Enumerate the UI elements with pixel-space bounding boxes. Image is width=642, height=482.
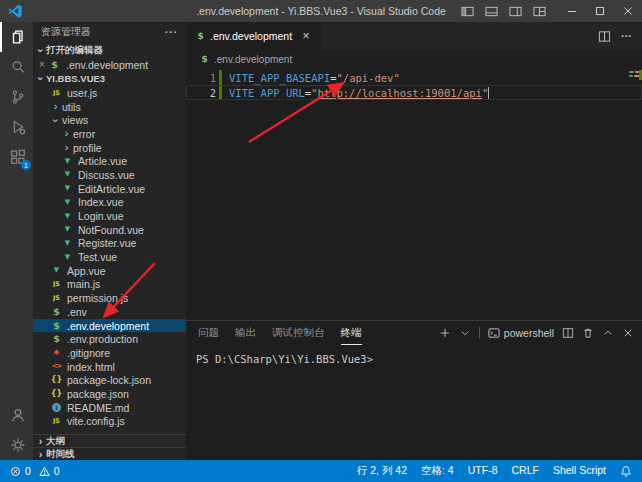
toggle-panel-icon[interactable] [485, 5, 498, 18]
panel-tab-输出[interactable]: 输出 [235, 321, 256, 345]
tree-item-package-lock.json[interactable]: {}package-lock.json [33, 373, 186, 387]
tree-item-NotFound.vue[interactable]: ▼NotFound.vue [33, 223, 186, 237]
notifications-bell-icon[interactable] [620, 465, 632, 477]
tab-label: .env.development [210, 30, 292, 42]
workbench: 1 资源管理器 ··· › 打开的编辑器 ×$.env.development … [0, 22, 642, 460]
activity-accounts[interactable] [0, 400, 33, 430]
activity-source-control[interactable] [0, 82, 33, 112]
kill-terminal-icon[interactable] [582, 327, 594, 339]
vue-icon: ▼ [61, 158, 74, 165]
breadcrumb-item[interactable]: .env.development [214, 54, 292, 65]
tree-item-package.json[interactable]: {}package.json [33, 387, 186, 401]
file-name: EditArticle.vue [78, 183, 145, 195]
tree-item-vite.config.js[interactable]: JSvite.config.js [33, 415, 186, 429]
new-terminal-icon[interactable] [439, 327, 451, 339]
problems-status[interactable]: 0 0 [10, 465, 60, 477]
tree-item-App.vue[interactable]: ▼App.vue [33, 264, 186, 278]
toggle-secondary-sidebar-icon[interactable] [509, 5, 522, 18]
terminal-instance[interactable]: powershell [488, 327, 554, 339]
json-icon: {} [50, 376, 63, 384]
token: VITE_APP_BASEAPI [229, 72, 330, 84]
tree-item-error[interactable]: ›error [33, 127, 186, 141]
minimize-button[interactable] [558, 0, 586, 22]
chevron-down-icon[interactable] [459, 327, 471, 339]
open-editor-item[interactable]: ×$.env.development [33, 58, 186, 71]
project-header[interactable]: › YI.BBS.VUE3 [33, 71, 186, 86]
tree-item-.gitignore[interactable]: ◆.gitignore [33, 346, 186, 360]
account-icon [9, 406, 27, 424]
more-actions-icon[interactable]: ··· [165, 27, 178, 38]
terminal-icon [488, 327, 500, 339]
more-actions-icon[interactable]: ··· [621, 30, 632, 42]
activity-explorer[interactable] [0, 22, 33, 52]
close-icon[interactable]: × [36, 59, 48, 70]
activity-extensions[interactable]: 1 [0, 142, 33, 172]
code-line-2[interactable]: 2VITE_APP_URL="http://localhost:19001/ap… [186, 85, 642, 100]
tree-item-views[interactable]: ›views [33, 113, 186, 127]
panel-tab-问题[interactable]: 问题 [198, 321, 219, 345]
file-name: views [62, 114, 88, 126]
md-icon: i [52, 403, 61, 412]
editor-area: $.env.development× ··· $.env.development… [186, 22, 642, 460]
tree-item-Test.vue[interactable]: ▼Test.vue [33, 250, 186, 264]
tree-item-index.html[interactable]: <>index.html [33, 360, 186, 374]
terminal-content[interactable]: PS D:\CSharp\Yi\Yi.BBS.Vue3> [186, 345, 642, 460]
panel-tab-调试控制台[interactable]: 调试控制台 [272, 321, 325, 345]
panel-tab-终端[interactable]: 终端 [341, 321, 362, 345]
activity-settings[interactable] [0, 430, 33, 460]
activity-search[interactable] [0, 52, 33, 82]
tree-item-Discuss.vue[interactable]: ▼Discuss.vue [33, 168, 186, 182]
sidebar-title: 资源管理器 [41, 25, 91, 39]
customize-layout-icon[interactable] [533, 5, 546, 18]
file-name: Test.vue [78, 251, 117, 263]
close-panel-icon[interactable] [622, 327, 634, 339]
close-icon[interactable]: × [299, 29, 313, 43]
tree-item-Login.vue[interactable]: ▼Login.vue [33, 209, 186, 223]
sidebar-section-大纲[interactable]: ›大纲 [33, 434, 186, 447]
chevron-down-icon: › [35, 45, 46, 56]
tab-.env.development[interactable]: $.env.development× [186, 22, 321, 50]
file-name: utils [62, 101, 81, 113]
split-editor-icon[interactable] [598, 30, 611, 43]
status-item-2[interactable]: UTF-8 [468, 464, 498, 478]
tree-item-user.js[interactable]: JSuser.js [33, 86, 186, 100]
code-line-1[interactable]: 1VITE_APP_BASEAPI="/api-dev" [186, 70, 642, 85]
tree-item-Register.vue[interactable]: ▼Register.vue [33, 237, 186, 251]
editor-code-area[interactable]: 1VITE_APP_BASEAPI="/api-dev"2VITE_APP_UR… [186, 68, 642, 320]
minimap[interactable] [628, 68, 642, 320]
token: VITE_APP_URL [229, 87, 305, 99]
activity-run-debug[interactable] [0, 112, 33, 142]
open-editor-label: .env.development [66, 59, 148, 71]
tree-item-Article.vue[interactable]: ▼Article.vue [33, 154, 186, 168]
close-button[interactable] [614, 0, 642, 22]
file-name: package.json [67, 388, 129, 400]
file-name: Discuss.vue [78, 169, 135, 181]
status-item-0[interactable]: 行 2, 列 42 [357, 464, 407, 478]
js-icon: JS [50, 418, 63, 425]
maximize-panel-icon[interactable] [602, 327, 614, 339]
open-editors-header[interactable]: › 打开的编辑器 [33, 42, 186, 58]
status-item-1[interactable]: 空格: 4 [421, 464, 454, 478]
tree-item-main.js[interactable]: JSmain.js [33, 278, 186, 292]
vue-icon: ▼ [61, 240, 74, 247]
tree-item-.env.production[interactable]: $.env.production [33, 332, 186, 346]
status-item-4[interactable]: Shell Script [553, 464, 606, 478]
tree-item-profile[interactable]: ›profile [33, 141, 186, 155]
status-item-3[interactable]: CRLF [511, 464, 538, 478]
tree-item-permission.js[interactable]: JSpermission.js [33, 291, 186, 305]
tree-item-README.md[interactable]: iREADME.md [33, 401, 186, 415]
tree-item-.env.development[interactable]: $.env.development [33, 319, 186, 333]
tree-item-EditArticle.vue[interactable]: ▼EditArticle.vue [33, 182, 186, 196]
tree-item-.env[interactable]: $.env [33, 305, 186, 319]
sidebar-section-时间线[interactable]: ›时间线 [33, 447, 186, 460]
tree-item-Index.vue[interactable]: ▼Index.vue [33, 196, 186, 210]
layout-controls [461, 5, 546, 18]
split-terminal-icon[interactable] [562, 327, 574, 339]
file-name: NotFound.vue [78, 224, 144, 236]
maximize-button[interactable] [586, 0, 614, 22]
toggle-sidebar-icon[interactable] [461, 5, 474, 18]
warning-count: 0 [54, 465, 60, 477]
vscode-logo-icon [8, 4, 22, 18]
tree-item-utils[interactable]: ›utils [33, 100, 186, 114]
section-label: 大纲 [46, 435, 65, 448]
